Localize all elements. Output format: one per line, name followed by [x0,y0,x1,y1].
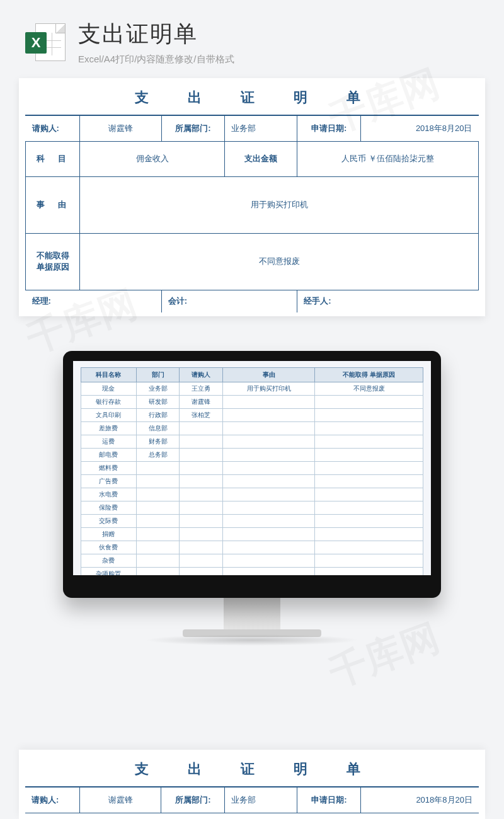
table-cell [180,568,222,576]
page-header: X 支出证明单 Excel/A4打印/内容随意修改/自带格式 [0,0,504,78]
table-cell: 杂费 [81,554,137,568]
table-cell [222,501,315,515]
page-title: 支出证明单 [78,19,234,50]
table-cell [180,435,222,449]
table-cell: 行政部 [136,409,179,422]
label-handler: 经手人: [297,290,479,312]
table-row: 交际费 [81,515,423,528]
table-cell [315,435,423,449]
value-date: 2018年8月20日 [361,116,479,141]
table-cell [222,396,315,409]
table-cell [315,462,423,475]
table-cell [315,488,423,501]
table-cell [136,568,179,576]
label-dept: 所属部门: [161,788,225,813]
expense-form-table: 请购人: 谢霆锋 所属部门: 业务部 申请日期: 2018年8月20日 科 目 … [25,116,479,312]
table-row: 捐赠 [81,528,423,541]
table-cell [136,501,179,515]
value-dept: 业务部 [225,788,297,813]
table-cell: 保险费 [81,501,137,515]
form-title: 支 出 证 明 单 [25,82,479,116]
table-cell [315,568,423,576]
list-header: 部门 [136,368,179,382]
label-subject: 科 目 [26,141,80,176]
table-cell: 张柏芝 [180,409,222,422]
label-applicant: 请购人: [26,116,80,141]
table-cell: 不同意报废 [315,382,423,396]
label-noreceipt: 不能取得 单据原因 [26,233,80,290]
label-date: 申请日期: [297,116,361,141]
table-cell: 邮电费 [81,449,137,462]
value-noreceipt: 不同意报废 [80,233,479,290]
table-cell [222,515,315,528]
label-manager: 经理: [26,290,162,312]
excel-badge: X [25,32,47,54]
table-cell [136,488,179,501]
label-applicant: 请购人: [25,788,79,813]
table-cell [180,449,222,462]
table-cell: 杂项购置 [81,568,137,576]
table-cell [180,554,222,568]
table-cell [222,475,315,488]
table-row: 邮电费总务部 [81,449,423,462]
table-cell [136,541,179,554]
table-cell: 燃料费 [81,462,137,475]
table-cell [315,515,423,528]
page-subtitle: Excel/A4打印/内容随意修改/自带格式 [78,54,234,66]
table-cell [222,554,315,568]
table-cell: 水电费 [81,488,137,501]
table-row: 差旅费信息部 [81,422,423,435]
list-table: 科目名称部门请购人事由不能取得 单据原因 现金业务部王立勇用于购买打印机不同意报… [81,367,423,575]
expense-form-card-repeat: 支 出 证 明 单 请购人: 谢霆锋 所属部门: 业务部 申请日期: 2018年… [19,750,485,819]
value-subject: 佣金收入 [80,141,225,176]
table-cell: 研发部 [136,396,179,409]
table-cell [315,449,423,462]
table-cell [180,488,222,501]
table-row: 银行存款研发部谢霆锋 [81,396,423,409]
table-cell [315,475,423,488]
table-cell [222,409,315,422]
list-header: 事由 [222,368,315,382]
table-cell: 运费 [81,435,137,449]
value-applicant: 谢霆锋 [79,788,161,813]
table-row: 燃料费 [81,462,423,475]
table-row: 文具印刷行政部张柏芝 [81,409,423,422]
table-cell [315,554,423,568]
table-cell [136,554,179,568]
table-cell [222,422,315,435]
list-header: 请购人 [180,368,222,382]
table-cell [222,528,315,541]
value-date: 2018年8月20日 [361,788,479,813]
table-row: 现金业务部王立勇用于购买打印机不同意报废 [81,382,423,396]
table-cell [222,462,315,475]
table-cell: 谢霆锋 [180,396,222,409]
table-cell: 文具印刷 [81,409,137,422]
list-header: 不能取得 单据原因 [315,368,423,382]
table-cell [315,528,423,541]
table-cell: 总务部 [136,449,179,462]
table-cell [315,541,423,554]
table-row: 杂费 [81,554,423,568]
table-row: 水电费 [81,488,423,501]
list-header: 科目名称 [81,368,137,382]
label-dept: 所属部门: [161,116,225,141]
table-cell: 交际费 [81,515,137,528]
table-cell [222,449,315,462]
value-amount: 人民币 ￥伍佰陆拾柒元整 [297,141,479,176]
value-reason: 用于购买打印机 [80,176,479,233]
table-cell [222,541,315,554]
table-cell [315,422,423,435]
table-cell: 财务部 [136,435,179,449]
table-cell: 银行存款 [81,396,137,409]
table-cell [180,462,222,475]
table-cell [136,462,179,475]
table-cell [315,501,423,515]
table-cell: 用于购买打印机 [222,382,315,396]
label-amount: 支出金额 [225,141,297,176]
table-cell [222,435,315,449]
table-cell [222,568,315,576]
label-date: 申请日期: [297,788,361,813]
expense-form-card: 支 出 证 明 单 请购人: 谢霆锋 所属部门: 业务部 申请日期: 2018年… [19,78,485,316]
table-cell: 伙食费 [81,541,137,554]
table-cell [180,475,222,488]
